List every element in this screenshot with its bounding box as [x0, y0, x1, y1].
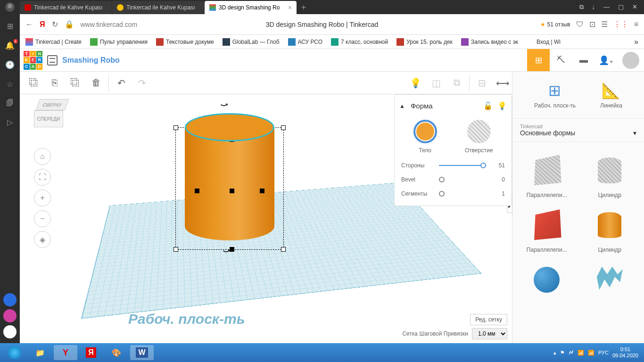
apps-icon[interactable]: ⊞: [7, 22, 13, 31]
word-button[interactable]: W: [130, 345, 154, 360]
tinkercad-logo-icon[interactable]: TIN KER CAD: [24, 51, 42, 70]
visibility-icon[interactable]: 💡: [405, 72, 426, 94]
bookmarks-icon[interactable]: ☆: [7, 80, 13, 89]
ortho-view-button[interactable]: ◈: [34, 231, 51, 248]
lightbulb-icon[interactable]: 💡: [497, 101, 507, 110]
yandex-browser-button[interactable]: Y: [54, 345, 77, 360]
solid-swatch[interactable]: Тело: [413, 120, 437, 154]
delete-button[interactable]: 🗑: [86, 72, 107, 94]
browser-tab-active[interactable]: 3D design Smashing Ro ×: [205, 1, 297, 14]
zoom-out-button[interactable]: −: [34, 210, 51, 227]
fit-view-button[interactable]: ⛶: [34, 169, 51, 186]
protect-icon[interactable]: 🛡: [576, 20, 584, 29]
bookmark-item[interactable]: GlobalLab — Глоб: [223, 38, 280, 46]
hole-swatch[interactable]: Отверстие: [465, 120, 493, 154]
undo-button[interactable]: ↶: [111, 72, 132, 94]
translate-icon[interactable]: ⊡: [589, 20, 595, 29]
segments-value[interactable]: 1: [491, 190, 505, 197]
rotate-icon[interactable]: ⤻: [220, 99, 228, 110]
start-button[interactable]: [3, 345, 26, 360]
music-icon[interactable]: ▷: [7, 118, 13, 127]
project-title[interactable]: Smashing Robo: [62, 56, 120, 65]
bookmark-item[interactable]: АСУ РСО: [288, 38, 323, 46]
profile-button[interactable]: [0, 2, 20, 12]
mirror-button[interactable]: ⟷: [492, 72, 513, 94]
close-button[interactable]: ✕: [632, 3, 637, 11]
segments-slider[interactable]: [439, 191, 445, 197]
zoom-in-button[interactable]: +: [34, 189, 51, 206]
align-button[interactable]: ⊟: [471, 72, 492, 94]
back-button[interactable]: ←: [25, 20, 33, 29]
shape-scribble[interactable]: [580, 261, 640, 298]
paste-button[interactable]: ⎘: [44, 72, 65, 94]
wifi-icon[interactable]: 📶: [588, 350, 594, 356]
bricks-mode-button[interactable]: ⛏: [550, 49, 572, 71]
resize-handle[interactable]: [173, 125, 178, 130]
view-cube[interactable]: СВЕРХУ СПЕРЕДИ: [34, 99, 71, 136]
blocks-mode-button[interactable]: ⊞: [527, 49, 550, 71]
history-icon[interactable]: 🕐: [5, 60, 15, 69]
bookmark-item[interactable]: Tinkercad | Create: [25, 38, 82, 46]
bookmark-item[interactable]: Урок 15. роль дек: [396, 38, 453, 46]
alice-icon[interactable]: [3, 293, 17, 306]
duplicate-button[interactable]: ⿻: [65, 72, 86, 94]
ungroup-button[interactable]: ⧉: [446, 72, 467, 94]
bookmark-item[interactable]: Запись видео с эк: [461, 38, 518, 46]
bookmark-item[interactable]: 7 класс, основной: [331, 38, 388, 46]
yandex-icon[interactable]: [3, 325, 17, 338]
language-indicator[interactable]: РУС: [598, 350, 609, 355]
bookmark-item[interactable]: Пульт управления: [90, 38, 148, 46]
close-icon[interactable]: ×: [288, 4, 292, 11]
file-explorer-button[interactable]: 📁: [28, 345, 52, 360]
reader-icon[interactable]: ☰: [601, 20, 608, 29]
ruler-tool[interactable]: 📐 Линейка: [600, 82, 622, 109]
battery-icon[interactable]: 🗲: [569, 350, 574, 355]
shape-category-dropdown[interactable]: Tinkercad Основные формы▾: [512, 119, 644, 142]
copy-button[interactable]: ⿻: [24, 72, 44, 94]
reload-button[interactable]: ↻: [52, 20, 58, 29]
network-icon[interactable]: 📶: [578, 350, 584, 356]
user-avatar[interactable]: [622, 52, 639, 69]
snap-select[interactable]: 1,0 мм: [472, 328, 507, 339]
shape-cylinder[interactable]: Цилиндр: [580, 206, 640, 253]
menu-icon[interactable]: ≡: [634, 20, 638, 29]
minimize-button[interactable]: —: [603, 3, 610, 11]
collapse-icon[interactable]: ▲: [399, 103, 405, 109]
collaborate-button[interactable]: 👤₊: [595, 49, 618, 71]
extensions-icon[interactable]: ⋮⋮: [613, 20, 628, 29]
clock[interactable]: 0:51 09.04.2020: [612, 346, 638, 359]
workplane-tool[interactable]: ⊞ Рабоч. плоск-ть: [534, 82, 576, 109]
lego-mode-button[interactable]: ▬: [572, 49, 595, 71]
group-button[interactable]: ◫: [426, 72, 446, 94]
bookmark-item[interactable]: Вход | Wi: [527, 38, 561, 46]
shape-sphere[interactable]: [517, 261, 577, 298]
home-view-button[interactable]: ⌂: [34, 148, 51, 165]
bevel-slider[interactable]: [439, 177, 445, 182]
redo-button[interactable]: ↷: [132, 72, 152, 94]
collections-icon[interactable]: 🗐: [6, 99, 14, 107]
pip-icon[interactable]: ⧉: [579, 3, 584, 11]
browser-tab[interactable]: Tinkercad ile Kahve Kupası: [20, 1, 112, 14]
more-bookmarks-icon[interactable]: »: [634, 38, 638, 46]
flag-icon[interactable]: ⚑: [560, 350, 565, 356]
lock-icon[interactable]: 🔒: [65, 20, 74, 29]
browser-tab[interactable]: Tinkercad ile Kahve Kupası: [112, 1, 204, 14]
lock-icon[interactable]: 🔓: [483, 101, 493, 110]
shape-box[interactable]: Параллелепи...: [517, 206, 577, 253]
download-icon[interactable]: ↓: [592, 3, 595, 11]
shape-cylinder-hole[interactable]: Цилиндр: [580, 151, 640, 198]
tray-arrow-icon[interactable]: ▴: [553, 350, 556, 356]
bevel-value[interactable]: 0: [491, 176, 505, 183]
new-tab-button[interactable]: +: [297, 1, 310, 14]
yandex-logo-icon[interactable]: Я: [40, 20, 45, 29]
maximize-button[interactable]: ▢: [618, 3, 624, 11]
notifications-icon[interactable]: 🔔1: [5, 41, 15, 50]
rotate-icon[interactable]: ⤻: [223, 245, 231, 256]
view-cube-top[interactable]: СВЕРХУ: [36, 99, 69, 110]
bookmark-item[interactable]: Текстовые докуме: [156, 38, 214, 46]
resize-handle[interactable]: [281, 125, 286, 130]
cylinder-shape[interactable]: [185, 113, 274, 245]
assistant-icon[interactable]: [3, 309, 17, 322]
sides-slider[interactable]: [439, 165, 486, 166]
edit-grid-button[interactable]: Ред. сетку: [470, 314, 507, 325]
